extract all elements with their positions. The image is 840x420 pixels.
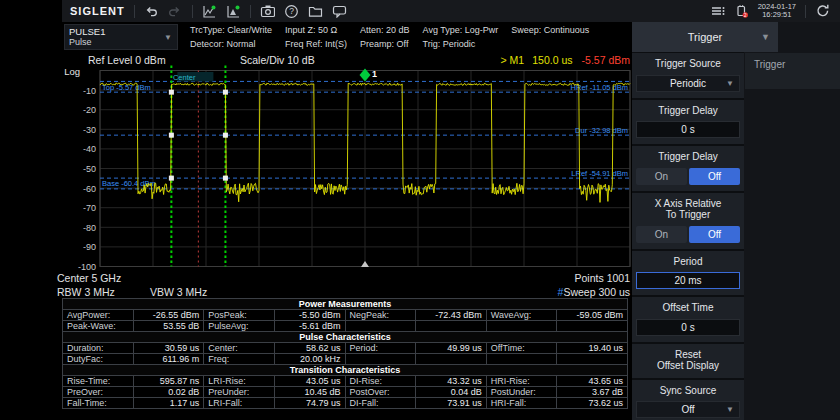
menu-item-trigger-delay[interactable]: Trigger Delay0 s <box>632 100 744 145</box>
toggle-option-off[interactable]: Off <box>689 168 740 185</box>
chevron-down-icon: ▼ <box>761 32 770 42</box>
menu-item-trigger-source[interactable]: Trigger SourcePeriodic▼ <box>632 53 744 98</box>
settings-column: Input Z: 50 ΩFreq Ref: Int(S) <box>285 24 347 51</box>
edge-threshold-marker <box>223 90 228 95</box>
settings-readout: TrcType: Clear/WriteDetecor: NormalInput… <box>190 24 589 51</box>
pulse-trace-chart: Log-10-20-30-40-50-60-70-80-90-100Ref Le… <box>0 52 632 298</box>
table-section-header: Power Measurements <box>63 299 628 310</box>
dropdown-trigger-source[interactable]: Periodic▼ <box>636 75 740 92</box>
y-axis-tick: -20 <box>83 105 96 115</box>
y-axis-scale-type: Log <box>64 66 80 77</box>
menu-item-x-axis-relative-to-trigger[interactable]: X Axis Relative To TriggerOnOff <box>632 193 744 249</box>
trace-save-icon[interactable] <box>202 4 217 19</box>
y-axis-tick: -70 <box>83 203 96 213</box>
center-cursor-label: Center <box>173 73 196 82</box>
settings-column: Avg Type: Log-PwrTrig: Periodic <box>423 24 499 51</box>
siglent-logo: SIGLENT <box>70 5 125 17</box>
value-trigger-delay[interactable]: 0 s <box>636 121 740 138</box>
y-axis-tick: -90 <box>83 242 96 252</box>
menu-item-label: Trigger Source <box>636 58 740 70</box>
menu-item-offset-time[interactable]: Offset Time0 s <box>632 297 744 342</box>
edge-threshold-marker <box>169 90 174 95</box>
settings-column: Sweep: Continuous <box>511 24 589 51</box>
threshold-label: Dur -32.98 dBm <box>575 126 628 135</box>
y-axis-tick: -100 <box>78 262 96 272</box>
chevron-down-icon: ▼ <box>726 405 734 414</box>
chart-area[interactable]: Log-10-20-30-40-50-60-70-80-90-100Ref Le… <box>0 52 632 298</box>
help-icon[interactable]: ? <box>284 4 299 19</box>
edge-threshold-marker <box>223 133 228 138</box>
preset-type: Pulse <box>69 37 173 48</box>
top-bar: SIGLENT ? <box>0 0 840 22</box>
history-icon[interactable] <box>815 4 830 19</box>
panel-header[interactable]: Trigger ▼ <box>632 22 778 52</box>
points-label: Points 1001 <box>575 272 631 284</box>
tab-trigger[interactable]: Trigger <box>745 53 840 89</box>
redo-icon[interactable] <box>168 4 183 19</box>
toggle-trigger-delay: OnOff <box>636 168 740 185</box>
edge-threshold-marker <box>169 176 174 181</box>
table-row: Rise-Time:595.87 nsLRI-Rise:43.05 usDI-R… <box>63 376 628 387</box>
svg-text:1: 1 <box>372 69 377 79</box>
usb-icon[interactable]: 2 <box>734 4 749 19</box>
settings-bar: PULSE1 Pulse ▼ TrcType: Clear/WriteDetec… <box>0 22 632 52</box>
dropdown-sync-source[interactable]: Off▼ <box>636 401 740 418</box>
menu-item-label: Trigger Delay <box>636 105 740 117</box>
sweep-position-tick <box>361 261 369 267</box>
system-menu-icon[interactable] <box>710 4 725 19</box>
table-row: DutyFac:611.96 mFreq:20.00 kHz <box>63 354 628 365</box>
screenshot-icon[interactable] <box>260 4 275 19</box>
svg-text:?: ? <box>289 6 294 16</box>
y-axis-tick: -10 <box>83 86 96 96</box>
divider <box>134 5 135 18</box>
preset-name: PULSE1 <box>69 26 173 37</box>
divider <box>192 5 193 18</box>
trace-preset-dropdown[interactable]: PULSE1 Pulse ▼ <box>64 24 178 50</box>
toggle-x-axis-relative-to-trigger: OnOff <box>636 226 740 243</box>
center-freq-label: Center 5 GHz <box>57 272 121 284</box>
toggle-option-on[interactable]: On <box>636 226 687 243</box>
menu-item-period[interactable]: Period20 ms <box>632 251 744 296</box>
value-offset-time[interactable]: 0 s <box>636 319 740 336</box>
menu-item-sync-source[interactable]: Sync SourceOff▼ <box>632 380 744 420</box>
y-axis-tick: -50 <box>83 164 96 174</box>
menu-item-label: Trigger Delay <box>636 151 740 163</box>
menu-item-trigger-delay[interactable]: Trigger DelayOnOff <box>632 146 744 191</box>
panel-header-label: Trigger <box>688 31 722 43</box>
table-row: PreOver:0.02 dBPreUnder:10.45 dBPostOver… <box>63 387 628 398</box>
edge-threshold-marker <box>169 133 174 138</box>
divider <box>805 5 806 18</box>
file-icon[interactable] <box>308 4 323 19</box>
settings-column: Atten: 20 dBPreamp: Off <box>360 24 410 51</box>
y-axis-tick: -80 <box>83 223 96 233</box>
y-axis-tick: -30 <box>83 125 96 135</box>
value-period[interactable]: 20 ms <box>636 272 740 289</box>
ref-level-label: Ref Level 0 dBm <box>88 54 166 66</box>
menu-item-label: Reset Offset Display <box>636 349 740 372</box>
sweep-label: #Sweep 300 us <box>558 286 630 298</box>
marker-readout: > M1150.0 us-5.57 dBm <box>500 54 630 66</box>
chevron-down-icon: ▼ <box>164 33 172 42</box>
measurement-tables: Power MeasurementsAvgPower:-26.55 dBmPos… <box>62 298 628 409</box>
datetime: 2024-01-17 16:29:51 <box>758 3 796 20</box>
settings-column: TrcType: Clear/WriteDetecor: Normal <box>190 24 272 51</box>
table-row: Fall-Time:1.17 usLRI-Fall:74.79 usDI-Fal… <box>63 398 628 409</box>
menu-item-label: X Axis Relative To Trigger <box>636 198 740 221</box>
y-axis-tick: -60 <box>83 184 96 194</box>
menu-item-label: Offset Time <box>636 302 740 314</box>
trigger-menu: Trigger SourcePeriodic▼Trigger Delay0 sT… <box>632 53 744 420</box>
toggle-option-off[interactable]: Off <box>689 226 740 243</box>
toggle-option-on[interactable]: On <box>636 168 687 185</box>
table-row: Peak-Wave:53.55 dBPulseAvg:-5.61 dBm <box>63 321 628 332</box>
y-axis-tick: -40 <box>83 144 96 154</box>
menu-item-label: Sync Source <box>636 385 740 397</box>
divider <box>250 5 251 18</box>
chevron-down-icon: ▼ <box>726 79 734 88</box>
edge-threshold-marker <box>223 176 228 181</box>
table-row: AvgPower:-26.55 dBmPosPeak:-5.50 dBmNegP… <box>63 310 628 321</box>
trace-load-icon[interactable] <box>226 4 241 19</box>
undo-icon[interactable] <box>144 4 159 19</box>
menu-item-reset-offset-display[interactable]: Reset Offset Display <box>632 344 744 378</box>
message-icon[interactable] <box>332 4 347 19</box>
vbw-label: VBW 3 MHz <box>150 286 207 298</box>
